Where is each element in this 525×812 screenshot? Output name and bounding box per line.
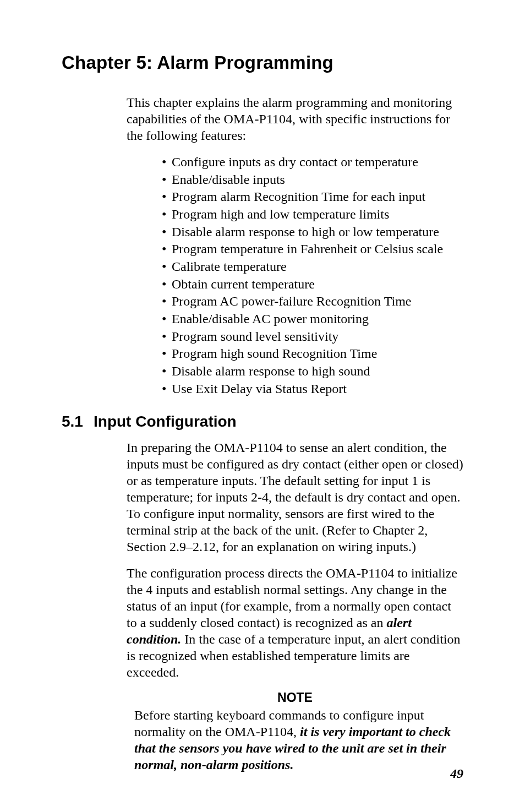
feature-list: Configure inputs as dry contact or tempe… [162, 154, 463, 397]
list-item: Program sound level sensitivity [162, 328, 463, 346]
section-paragraph: In preparing the OMA-P1104 to sense an a… [127, 439, 463, 555]
list-item: Use Exit Delay via Status Report [162, 380, 463, 398]
chapter-title: Chapter 5: Alarm Programming [62, 52, 463, 73]
note-body: Before starting keyboard commands to con… [134, 707, 456, 773]
list-item: Configure inputs as dry contact or tempe… [162, 154, 463, 171]
section-title: Input Configuration [94, 413, 237, 430]
list-item: Program alarm Recognition Time for each … [162, 188, 463, 206]
section-paragraph: The configuration process directs the OM… [127, 565, 463, 680]
list-item: Program AC power-failure Recognition Tim… [162, 293, 463, 310]
list-item: Enable/disable inputs [162, 171, 463, 189]
section-heading: 5.1 Input Configuration [62, 413, 463, 430]
list-item: Calibrate temperature [162, 258, 463, 276]
list-item: Program high and low temperature limits [162, 206, 463, 224]
list-item: Disable alarm response to high sound [162, 363, 463, 380]
page-number: 49 [450, 766, 463, 781]
note-heading: NOTE [127, 690, 463, 705]
list-item: Program high sound Recognition Time [162, 345, 463, 363]
list-item: Obtain current temperature [162, 276, 463, 293]
list-item: Program temperature in Fahrenheit or Cel… [162, 241, 463, 258]
section-number: 5.1 [62, 413, 94, 430]
chapter-intro: This chapter explains the alarm programm… [127, 94, 463, 144]
list-item: Disable alarm response to high or low te… [162, 224, 463, 241]
list-item: Enable/disable AC power monitoring [162, 310, 463, 328]
